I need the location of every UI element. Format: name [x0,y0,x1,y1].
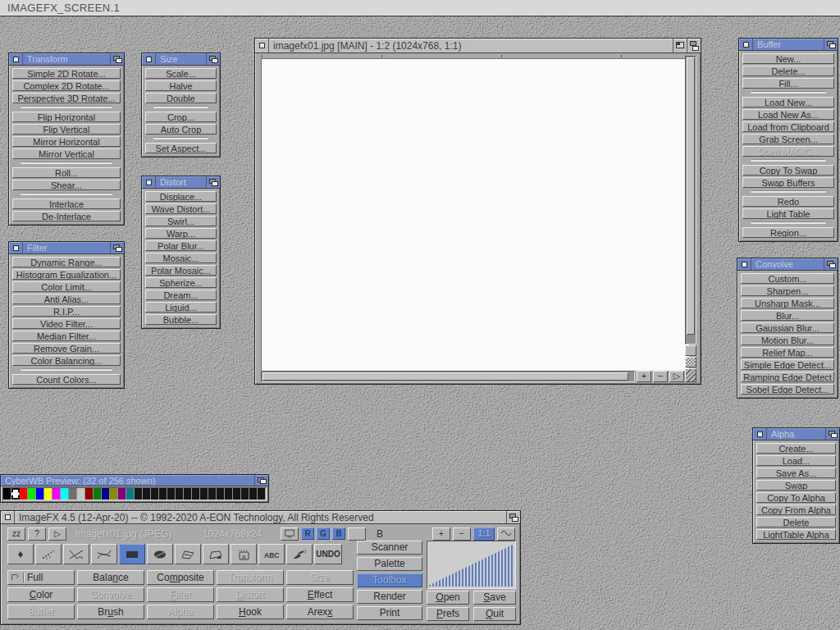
color-mode-button[interactable]: Color [7,587,75,602]
image-canvas[interactable] [261,58,689,371]
sharpen-button[interactable]: Sharpen... [741,285,834,296]
red-channel-button[interactable]: R [301,527,314,540]
scale-button[interactable]: Scale... [145,68,217,79]
palette-titlebar[interactable]: CyberWB Preview: (32 of 256 shown) [1,475,268,486]
depth-icon[interactable] [206,53,220,65]
size-titlebar[interactable]: Size [142,53,220,66]
ramping-edge-detect-button[interactable]: Ramping Edge Detect [741,372,834,382]
pan-button[interactable]: ▷ [669,371,684,382]
video-filter-button[interactable]: Video Filter... [12,318,121,329]
undo-button[interactable]: UNDO [314,544,342,564]
set-aspect-button[interactable]: Set Aspect... [145,143,217,153]
tool-rectangle-button[interactable] [119,544,145,564]
interlace-button[interactable]: Interlace [12,199,121,209]
buffer-titlebar[interactable]: Buffer [739,39,838,51]
custom-convolve-button[interactable]: Custom... [741,273,834,284]
palette-swatch[interactable] [200,488,208,500]
dither-toggle-button[interactable] [348,527,366,541]
roll-button[interactable]: Roll... [12,167,121,178]
help-button[interactable]: ? [28,527,46,541]
zoom-out-button[interactable]: − [653,371,668,382]
horizontal-scrollbar[interactable] [261,371,635,382]
prefs-button[interactable]: Prefs [427,607,469,621]
depth-icon[interactable] [254,475,268,486]
load-new-button[interactable]: Load New... [742,97,834,107]
vertical-scrollbar[interactable] [685,56,696,345]
blue-channel-button[interactable]: B [332,527,345,540]
spherize-button[interactable]: Spherize... [145,277,217,288]
tool-ellipse-button[interactable] [147,544,173,564]
scanner-button[interactable]: Scanner [357,541,422,555]
palette-swatch[interactable] [126,488,135,500]
depth-icon[interactable] [110,53,124,65]
main-window-titlebar[interactable]: imagefx01.jpg [MAIN] - 1:2 (1024x768, 1:… [255,39,701,53]
depth-icon[interactable] [206,176,220,188]
histogram-equalization-button[interactable]: Histogram Equalization... [12,269,121,280]
screen-mode-button[interactable] [281,527,299,541]
palette-swatch[interactable] [217,488,225,500]
anti-alias-button[interactable]: Anti Alias... [12,294,121,304]
gaussian-blur-button[interactable]: Gaussian Blur... [741,322,834,333]
depth-icon[interactable] [687,39,701,52]
convolve-titlebar[interactable]: Convolve [737,258,838,271]
palette-button[interactable]: Palette [357,557,422,571]
tool-text-button[interactable]: ABC [258,544,285,564]
quit-button[interactable]: Quit [473,607,516,621]
blur-button[interactable]: Blur... [741,310,834,321]
dynamic-range-button[interactable]: Dynamic Range... [12,257,121,267]
median-filter-button[interactable]: Median Filter... [12,331,121,341]
region-button[interactable]: Region... [742,227,834,238]
load-alpha-button[interactable]: Load... [756,455,836,466]
crop-button[interactable]: Crop... [145,112,217,122]
tool-airbrush-button[interactable] [35,544,62,564]
alpha-titlebar[interactable]: Alpha [753,428,839,441]
palette-swatch[interactable] [159,488,167,500]
light-table-button[interactable]: Light Table [742,208,834,219]
sobel-edge-detect-button[interactable]: Sobel Edge Detect... [741,384,834,395]
tool-line-button[interactable] [63,544,89,564]
zoom-in-button[interactable]: + [432,527,450,541]
displace-button[interactable]: Displace... [145,191,217,202]
mosaic-button[interactable]: Mosaic... [145,253,217,263]
dream-button[interactable]: Dream... [145,290,217,300]
delete-alpha-button[interactable]: Delete [756,517,836,527]
shear-button[interactable]: Shear... [12,180,121,190]
horizontal-scrollbar-thumb[interactable] [262,372,628,381]
flip-vertical-button[interactable]: Flip Vertical [12,124,121,135]
sleep-button[interactable]: zz [7,527,25,541]
lighttable-alpha-button[interactable]: LightTable Alpha [756,529,836,540]
palette-swatch[interactable] [69,488,77,500]
open-button[interactable]: Open [427,591,469,605]
palette-swatch[interactable] [20,488,28,500]
palette-swatch[interactable] [249,488,258,500]
motion-blur-button[interactable]: Motion Blur... [741,335,834,345]
palette-swatch[interactable] [208,488,217,500]
swap-alpha-button[interactable]: Swap [756,480,836,491]
green-channel-button[interactable]: G [317,527,330,540]
flip-horizontal-button[interactable]: Flip Horizontal [12,112,121,122]
zoom-in-button[interactable]: + [637,371,651,382]
hook-button[interactable]: Hook [217,605,284,619]
count-colors-button[interactable]: Count Colors... [12,374,121,385]
rip-button[interactable]: R.I.P... [12,306,121,317]
close-icon[interactable] [142,53,156,65]
swirl-button[interactable]: Swirl... [145,216,217,226]
scroll-page-button[interactable] [685,345,696,356]
close-icon[interactable] [753,428,767,440]
copy-to-swap-button[interactable]: Copy To Swap [742,165,834,176]
depth-icon[interactable] [506,511,520,523]
depth-icon[interactable] [824,258,838,270]
polar-mosaic-button[interactable]: Polar Mosaic... [145,265,217,276]
palette-swatch[interactable] [61,488,69,500]
arexx-button[interactable]: Arexx [286,605,354,619]
close-icon[interactable] [9,242,23,253]
balance-button[interactable]: Balance [77,570,144,585]
depth-icon[interactable] [824,39,838,50]
close-icon[interactable] [9,53,23,65]
wave-distort-button[interactable]: Wave Distort... [145,203,217,214]
palette-swatch[interactable] [192,488,200,500]
load-new-as-button[interactable]: Load New As... [742,109,834,120]
grab-screen-button[interactable]: Grab Screen... [742,134,834,144]
print-button[interactable]: Print [357,606,422,620]
halve-button[interactable]: Halve [145,80,217,91]
